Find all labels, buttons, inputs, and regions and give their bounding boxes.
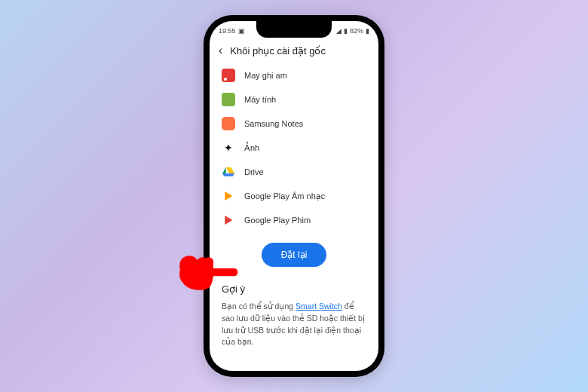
- hint-text: Bạn có thể sử dụng Smart Switch để sao l…: [222, 301, 366, 348]
- play-music-icon: [222, 189, 235, 203]
- drive-icon: [222, 165, 235, 179]
- wifi-icon: ◢: [336, 27, 341, 35]
- reset-button[interactable]: Đặt lại: [262, 243, 327, 267]
- battery-icon: ▮: [366, 27, 369, 35]
- status-time: 19:55: [219, 27, 236, 35]
- status-right: ◢ ▮ 82% ▮: [336, 27, 369, 35]
- list-item: Máy tính: [219, 87, 369, 112]
- list-item: Samsung Notes: [219, 112, 369, 136]
- list-item: May ghi am: [219, 63, 369, 87]
- photos-icon: ✦: [222, 141, 235, 155]
- play-movies-icon: [222, 213, 235, 227]
- app-label: Samsung Notes: [244, 119, 303, 128]
- list-item: Drive: [219, 160, 369, 184]
- smart-switch-link[interactable]: Smart Switch: [296, 302, 342, 311]
- hint-title: Gợi ý: [222, 283, 366, 295]
- back-icon[interactable]: ‹: [219, 44, 222, 57]
- app-list: May ghi am Máy tính Samsung Notes ✦ Ảnh …: [210, 63, 378, 232]
- status-app-icon: ▣: [238, 27, 245, 35]
- app-label: May ghi am: [244, 71, 287, 80]
- app-label: Ảnh: [244, 143, 259, 153]
- app-label: Google Play Phim: [244, 216, 311, 225]
- list-item: Google Play Âm nhạc: [219, 184, 369, 208]
- signal-icon: ▮: [344, 27, 348, 35]
- app-label: Google Play Âm nhạc: [244, 191, 325, 201]
- pointing-hand-icon: [175, 250, 239, 299]
- page-header: ‹ Khôi phục cài đặt gốc: [210, 38, 378, 63]
- phone-frame: 19:55 ▣ ◢ ▮ 82% ▮ ‹ Khôi phục cài đặt gố…: [204, 15, 384, 377]
- notes-icon: [222, 117, 235, 130]
- phone-screen: 19:55 ▣ ◢ ▮ 82% ▮ ‹ Khôi phục cài đặt gố…: [210, 21, 378, 371]
- calculator-icon: [222, 93, 235, 106]
- list-item: Google Play Phim: [219, 208, 369, 232]
- recorder-icon: [222, 69, 235, 82]
- phone-notch: [256, 21, 332, 38]
- page-title: Khôi phục cài đặt gốc: [230, 45, 326, 57]
- app-label: Máy tính: [244, 95, 276, 104]
- hint-text-before: Bạn có thể sử dụng: [222, 302, 296, 311]
- status-left: 19:55 ▣: [219, 27, 245, 35]
- battery-text: 82%: [350, 27, 363, 35]
- app-label: Drive: [244, 167, 264, 176]
- list-item: ✦ Ảnh: [219, 136, 369, 160]
